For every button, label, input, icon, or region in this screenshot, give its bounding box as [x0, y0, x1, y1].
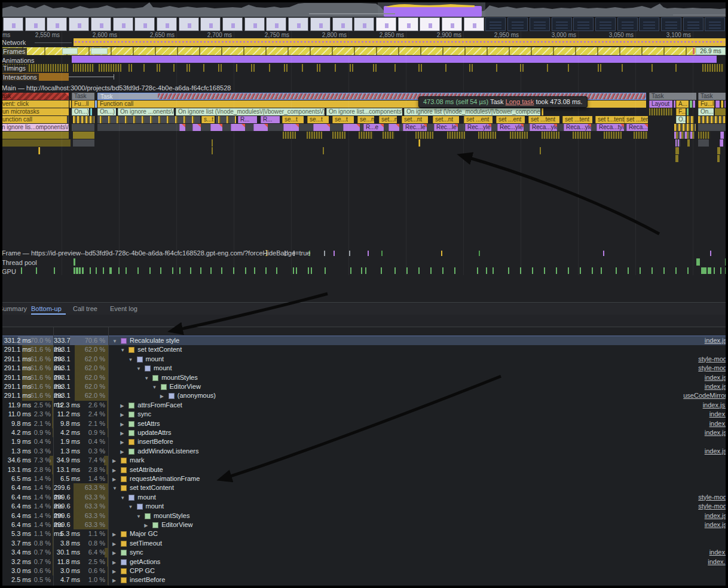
flame-block-on[interactable]: On...) [698, 108, 714, 115]
expand-icon[interactable]: ▶ [112, 540, 116, 548]
source-link[interactable]: index. [709, 548, 726, 557]
flame-block-oliveticks[interactable] [332, 132, 345, 139]
flame-block-se-t[interactable]: se...t [282, 116, 304, 123]
frame-duration-badge[interactable]: 26.9 ms [696, 47, 726, 55]
flame-block-yellow[interactable] [418, 139, 420, 147]
flame-block-se-t[interactable]: se...t [307, 116, 329, 123]
flame-block-purple[interactable] [720, 132, 724, 139]
tab-event-log[interactable]: Event log [110, 303, 137, 315]
table-row[interactable]: 34.6 ms7.3 %34.9 ms7.4 %▶mark [2, 456, 726, 465]
flame-block-olive[interactable] [73, 132, 94, 139]
expand-icon[interactable]: ▶ [120, 401, 124, 410]
flame-block-set-nt[interactable]: set...nt [433, 116, 459, 123]
activity-label[interactable]: set textContent [137, 345, 182, 354]
collapse-icon[interactable]: ▼ [112, 484, 117, 492]
source-link[interactable]: index.js [705, 447, 726, 456]
flame-block-purpleR[interactable] [192, 124, 201, 131]
flame-block-olived[interactable] [2, 139, 71, 147]
flame-block-oliveticks[interactable] [542, 132, 559, 139]
expand-icon[interactable]: ▶ [144, 521, 148, 529]
table-row[interactable]: 11.0 ms2.3 %11.2 ms2.4 %▶syncindex. [2, 410, 726, 419]
frame-duration-block[interactable] [91, 48, 108, 54]
flame-block-purpleR[interactable] [231, 124, 245, 131]
flame-block-pmix[interactable] [674, 132, 695, 139]
table-row[interactable]: 291.1 ms61.6 %293.1 ms62.0 %▼mountstyle-… [2, 355, 726, 364]
flame-block-on-ignore-list-components[interactable]: On ignore list...components\/) [326, 108, 402, 115]
flame-block-darkgray[interactable] [698, 139, 709, 147]
collapse-icon[interactable]: ▼ [112, 337, 117, 345]
activity-label[interactable]: Recalculate style [130, 336, 179, 345]
flame-block-vent-click[interactable]: vent: click [2, 100, 69, 108]
flame-block-green[interactable] [687, 108, 689, 115]
table-row[interactable]: 291.1 ms61.6 %293.1 ms62.0 %▼set textCon… [2, 345, 726, 354]
flame-block-olive[interactable] [540, 147, 541, 154]
activity-label[interactable]: EditorView [170, 382, 201, 391]
flame-block-purpleR[interactable] [389, 124, 399, 131]
flame-block-set-tent[interactable]: set ...tent [624, 116, 648, 123]
flame-block-purpleR[interactable] [343, 124, 360, 131]
flame-block-olive[interactable] [2, 132, 69, 139]
table-row[interactable]: 3.7 ms0.8 %3.8 ms0.8 %▶setTimeout [2, 539, 726, 548]
collapse-icon[interactable]: ▼ [136, 512, 141, 520]
flame-block-olive[interactable] [323, 147, 324, 154]
source-link[interactable]: style-mod [698, 355, 726, 364]
activity-label[interactable]: mountStyles [161, 373, 198, 382]
expand-icon[interactable]: ▶ [112, 549, 116, 557]
flame-block-olive[interactable] [717, 155, 720, 162]
timeline-ruler[interactable]: ms2,550 ms2,600 ms2,650 ms2,700 ms2,750 … [2, 31, 726, 38]
flame-block-purple[interactable] [674, 100, 675, 108]
flame-block-ask[interactable]: ask [2, 93, 69, 100]
collapse-icon[interactable]: ▼ [120, 346, 125, 354]
flame-block-purpleR[interactable] [179, 124, 185, 131]
flame-block-se-nt[interactable]: se...nt [357, 116, 374, 123]
expand-icon[interactable]: ▶ [112, 576, 116, 584]
tab-call-tree[interactable]: Call tree [73, 303, 97, 315]
expand-icon[interactable]: ▶ [120, 410, 124, 419]
table-row[interactable]: 1.3 ms0.3 %1.3 ms0.3 %▶addWindowListener… [2, 447, 726, 456]
flame-block-purpleR[interactable] [313, 124, 330, 131]
source-link[interactable]: index.j [708, 557, 726, 566]
flame-block-green[interactable] [690, 100, 692, 108]
flame-block-oliveticks[interactable] [510, 132, 528, 139]
flame-block-purpleR[interactable] [210, 124, 222, 131]
table-row[interactable]: 6.4 ms1.4 %299.6 ms63.3 %▶EditorViewinde… [2, 520, 726, 529]
flame-block-olive[interactable] [212, 147, 213, 154]
activity-label[interactable]: mountStyles [154, 511, 190, 520]
flame-block-oliveticks[interactable] [359, 132, 373, 139]
flame-block-oliveticks[interactable] [415, 132, 433, 139]
table-row[interactable]: 9.8 ms2.1 %9.8 ms2.1 %▶setAttrsindex. [2, 419, 726, 428]
flame-block-oliveticks[interactable] [447, 132, 465, 139]
source-link[interactable]: index.js [705, 511, 726, 520]
table-row[interactable]: 11.9 ms2.5 %12.3 ms2.6 %▶attrsFromFaceti… [2, 401, 726, 410]
source-link[interactable]: useCodeMirror [683, 391, 726, 400]
flame-block-on-ignore-onents[interactable]: On ignore ...onents\/) [118, 108, 174, 115]
flame-block-un-microtasks[interactable]: un microtasks [2, 108, 69, 115]
flame-block-oliveticks[interactable] [698, 132, 710, 139]
flame-block-rec-le[interactable]: Rec...le [434, 124, 458, 131]
flame-block-yellow[interactable] [542, 108, 543, 115]
table-row[interactable]: 1.9 ms0.4 %1.9 ms0.4 %▶insertBefore [2, 437, 726, 446]
flame-block-darkgray[interactable] [73, 139, 94, 147]
table-row[interactable]: 6.4 ms1.4 %299.6 ms63.3 %▼mountStylesind… [2, 511, 726, 520]
flame-block-olive[interactable] [212, 139, 213, 147]
table-row[interactable]: 2.5 ms0.5 %4.7 ms1.0 %▶insertBefore [2, 575, 726, 584]
cpu-overview-chart[interactable] [2, 2, 726, 17]
tab-summary[interactable]: Summary [2, 303, 27, 315]
expand-icon[interactable]: ▶ [112, 558, 116, 566]
flame-block-rec-yle[interactable]: Rec...yle [497, 124, 524, 131]
flame-block-rec-yle[interactable]: Rec...yle [465, 124, 491, 131]
table-row[interactable]: 291.1 ms61.6 %293.1 ms62.0 %▼EditorViewi… [2, 382, 726, 391]
flame-block-reca-yle[interactable]: Reca...yle [564, 124, 591, 131]
flame-block-set-tent[interactable]: set ...tent [528, 116, 559, 123]
flame-block-fu-ll[interactable]: Fu...ll [72, 100, 94, 108]
flame-block-ymix[interactable] [698, 116, 726, 123]
source-link[interactable]: index.js [705, 373, 726, 382]
source-link[interactable]: index.js [705, 382, 726, 391]
source-link[interactable]: index.js [705, 336, 726, 345]
expand-icon[interactable]: ▶ [160, 392, 164, 400]
flame-block-oliveticks[interactable] [478, 132, 496, 139]
flame-block-darkgray[interactable] [698, 124, 726, 131]
expand-icon[interactable]: ▶ [120, 420, 124, 428]
flame-block-oliveticks[interactable] [649, 108, 673, 115]
expand-icon[interactable]: ▶ [112, 475, 116, 483]
